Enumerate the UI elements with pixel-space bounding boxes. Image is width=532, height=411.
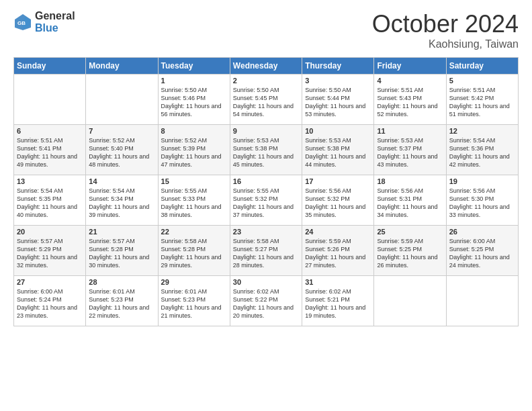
calendar-cell [446, 276, 518, 326]
day-number: 1 [161, 77, 227, 85]
day-info: Sunrise: 5:55 AMSunset: 5:32 PMDaylight:… [233, 187, 294, 218]
day-number: 13 [17, 177, 83, 185]
day-info: Sunrise: 6:00 AMSunset: 5:24 PMDaylight:… [17, 288, 77, 319]
weekday-header-tuesday: Tuesday [158, 58, 230, 75]
day-number: 25 [377, 228, 443, 236]
day-number: 20 [17, 228, 83, 236]
day-info: Sunrise: 5:58 AMSunset: 5:28 PMDaylight:… [161, 238, 222, 269]
day-number: 30 [233, 278, 299, 286]
weekday-header-wednesday: Wednesday [230, 58, 302, 75]
weekday-header-monday: Monday [86, 58, 158, 75]
day-number: 19 [449, 177, 515, 185]
logo-text: General Blue [35, 10, 75, 34]
calendar-cell: 13 Sunrise: 5:54 AMSunset: 5:35 PMDaylig… [14, 175, 86, 226]
day-number: 14 [89, 177, 154, 185]
week-row-5: 27 Sunrise: 6:00 AMSunset: 5:24 PMDaylig… [14, 276, 519, 326]
day-info: Sunrise: 5:54 AMSunset: 5:34 PMDaylight:… [89, 187, 149, 218]
day-info: Sunrise: 5:51 AMSunset: 5:41 PMDaylight:… [17, 137, 77, 168]
calendar-cell: 7 Sunrise: 5:52 AMSunset: 5:40 PMDayligh… [86, 125, 158, 175]
week-row-2: 6 Sunrise: 5:51 AMSunset: 5:41 PMDayligh… [14, 125, 519, 175]
weekday-header-sunday: Sunday [14, 58, 86, 75]
day-number: 3 [305, 77, 371, 85]
calendar-cell: 21 Sunrise: 5:57 AMSunset: 5:28 PMDaylig… [86, 226, 158, 276]
day-info: Sunrise: 5:58 AMSunset: 5:27 PMDaylight:… [233, 238, 294, 269]
weekday-header-thursday: Thursday [302, 58, 374, 75]
day-number: 26 [449, 228, 515, 236]
day-number: 28 [89, 278, 154, 286]
calendar-cell: 17 Sunrise: 5:56 AMSunset: 5:32 PMDaylig… [302, 175, 374, 226]
calendar-cell: 25 Sunrise: 5:59 AMSunset: 5:25 PMDaylig… [374, 226, 446, 276]
day-number: 11 [377, 127, 443, 135]
day-number: 5 [449, 77, 515, 85]
day-number: 29 [161, 278, 227, 286]
calendar-cell: 28 Sunrise: 6:01 AMSunset: 5:23 PMDaylig… [86, 276, 158, 326]
day-info: Sunrise: 5:52 AMSunset: 5:40 PMDaylight:… [89, 137, 149, 168]
day-info: Sunrise: 6:00 AMSunset: 5:25 PMDaylight:… [449, 238, 510, 269]
day-number: 27 [17, 278, 83, 286]
calendar-cell [86, 75, 158, 125]
day-number: 8 [161, 127, 227, 135]
calendar-cell: 22 Sunrise: 5:58 AMSunset: 5:28 PMDaylig… [158, 226, 230, 276]
calendar-table: SundayMondayTuesdayWednesdayThursdayFrid… [13, 57, 519, 326]
day-info: Sunrise: 5:55 AMSunset: 5:33 PMDaylight:… [161, 187, 222, 218]
logo: GB General Blue [13, 10, 75, 34]
day-number: 7 [89, 127, 154, 135]
day-number: 24 [305, 228, 371, 236]
day-number: 22 [161, 228, 227, 236]
location-title: Kaohsiung, Taiwan [372, 38, 519, 50]
svg-text:GB: GB [17, 20, 26, 26]
header: GB General Blue October 2024 Kaohsiung, … [13, 10, 519, 50]
calendar-cell: 2 Sunrise: 5:50 AMSunset: 5:45 PMDayligh… [230, 75, 302, 125]
day-number: 6 [17, 127, 83, 135]
day-info: Sunrise: 6:02 AMSunset: 5:21 PMDaylight:… [305, 288, 365, 319]
day-info: Sunrise: 5:59 AMSunset: 5:26 PMDaylight:… [305, 238, 365, 269]
day-number: 16 [233, 177, 299, 185]
day-number: 18 [377, 177, 443, 185]
calendar-cell: 30 Sunrise: 6:02 AMSunset: 5:22 PMDaylig… [230, 276, 302, 326]
day-info: Sunrise: 5:54 AMSunset: 5:35 PMDaylight:… [17, 187, 77, 218]
day-info: Sunrise: 5:57 AMSunset: 5:28 PMDaylight:… [89, 238, 149, 269]
weekday-header-friday: Friday [374, 58, 446, 75]
calendar-cell [14, 75, 86, 125]
day-info: Sunrise: 5:52 AMSunset: 5:39 PMDaylight:… [161, 137, 222, 168]
calendar-cell: 10 Sunrise: 5:53 AMSunset: 5:38 PMDaylig… [302, 125, 374, 175]
day-info: Sunrise: 5:54 AMSunset: 5:36 PMDaylight:… [449, 137, 510, 168]
calendar-cell: 23 Sunrise: 5:58 AMSunset: 5:27 PMDaylig… [230, 226, 302, 276]
page: GB General Blue October 2024 Kaohsiung, … [0, 0, 532, 411]
day-info: Sunrise: 5:59 AMSunset: 5:25 PMDaylight:… [377, 238, 437, 269]
month-title: October 2024 [372, 10, 519, 38]
day-number: 31 [305, 278, 371, 286]
calendar-cell: 11 Sunrise: 5:53 AMSunset: 5:37 PMDaylig… [374, 125, 446, 175]
calendar-cell: 5 Sunrise: 5:51 AMSunset: 5:42 PMDayligh… [446, 75, 518, 125]
day-info: Sunrise: 6:01 AMSunset: 5:23 PMDaylight:… [161, 288, 222, 319]
calendar-cell [374, 276, 446, 326]
day-number: 2 [233, 77, 299, 85]
calendar-cell: 31 Sunrise: 6:02 AMSunset: 5:21 PMDaylig… [302, 276, 374, 326]
calendar-cell: 12 Sunrise: 5:54 AMSunset: 5:36 PMDaylig… [446, 125, 518, 175]
day-info: Sunrise: 5:56 AMSunset: 5:32 PMDaylight:… [305, 187, 365, 218]
calendar-cell: 3 Sunrise: 5:50 AMSunset: 5:44 PMDayligh… [302, 75, 374, 125]
day-info: Sunrise: 5:51 AMSunset: 5:43 PMDaylight:… [377, 87, 437, 118]
title-block: October 2024 Kaohsiung, Taiwan [372, 10, 519, 50]
day-number: 4 [377, 77, 443, 85]
calendar-cell: 29 Sunrise: 6:01 AMSunset: 5:23 PMDaylig… [158, 276, 230, 326]
day-info: Sunrise: 5:50 AMSunset: 5:45 PMDaylight:… [233, 87, 294, 118]
logo-blue-text: Blue [35, 22, 75, 34]
calendar-cell: 8 Sunrise: 5:52 AMSunset: 5:39 PMDayligh… [158, 125, 230, 175]
day-number: 12 [449, 127, 515, 135]
calendar-cell: 19 Sunrise: 5:56 AMSunset: 5:30 PMDaylig… [446, 175, 518, 226]
calendar-cell: 4 Sunrise: 5:51 AMSunset: 5:43 PMDayligh… [374, 75, 446, 125]
calendar-cell: 24 Sunrise: 5:59 AMSunset: 5:26 PMDaylig… [302, 226, 374, 276]
day-info: Sunrise: 5:50 AMSunset: 5:46 PMDaylight:… [161, 87, 222, 118]
calendar-cell: 15 Sunrise: 5:55 AMSunset: 5:33 PMDaylig… [158, 175, 230, 226]
calendar-cell: 6 Sunrise: 5:51 AMSunset: 5:41 PMDayligh… [14, 125, 86, 175]
calendar-cell: 16 Sunrise: 5:55 AMSunset: 5:32 PMDaylig… [230, 175, 302, 226]
calendar-cell: 14 Sunrise: 5:54 AMSunset: 5:34 PMDaylig… [86, 175, 158, 226]
day-number: 15 [161, 177, 227, 185]
calendar-cell: 26 Sunrise: 6:00 AMSunset: 5:25 PMDaylig… [446, 226, 518, 276]
week-row-3: 13 Sunrise: 5:54 AMSunset: 5:35 PMDaylig… [14, 175, 519, 226]
day-info: Sunrise: 5:56 AMSunset: 5:31 PMDaylight:… [377, 187, 437, 218]
day-info: Sunrise: 5:53 AMSunset: 5:37 PMDaylight:… [377, 137, 437, 168]
day-info: Sunrise: 5:51 AMSunset: 5:42 PMDaylight:… [449, 87, 510, 118]
day-info: Sunrise: 6:01 AMSunset: 5:23 PMDaylight:… [89, 288, 149, 319]
